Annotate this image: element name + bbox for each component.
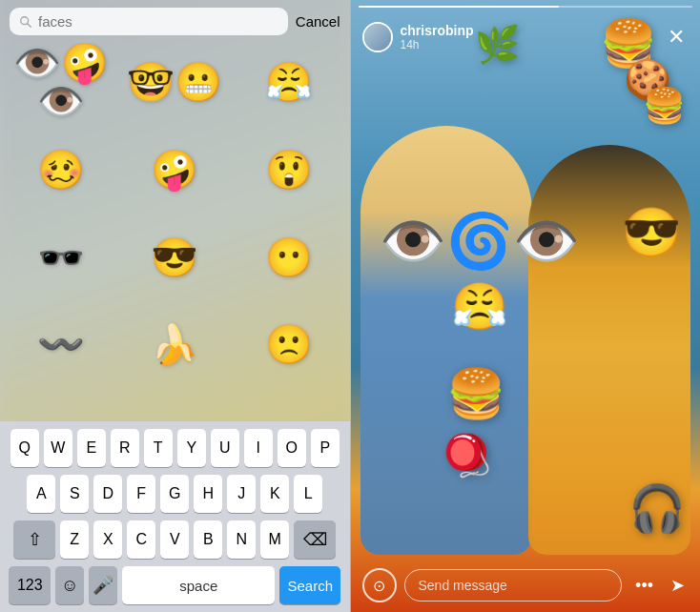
sticker-cell-3[interactable]: 😤 — [234, 49, 344, 115]
sticker-cell-5[interactable]: 🤪 — [120, 136, 231, 203]
key-o[interactable]: O — [278, 429, 306, 467]
avatar[interactable] — [362, 22, 393, 52]
search-bar: faces Cancel — [0, 0, 350, 43]
send-message-input[interactable] — [404, 569, 623, 602]
key-n[interactable]: N — [227, 520, 256, 559]
story-user-info: chrisrobinp 14h — [401, 23, 665, 51]
svg-line-1 — [28, 23, 31, 27]
sticker-yoyo[interactable]: 🪀 — [442, 432, 491, 479]
sticker-right-side[interactable]: 🍔 — [643, 86, 686, 126]
story-bottom: ⊙ ••• ➤ — [351, 559, 701, 612]
key-emoji[interactable]: ☺ — [55, 566, 84, 604]
keyboard-row-1: Q W E R T Y U I O P — [4, 429, 346, 467]
key-e[interactable]: E — [77, 429, 106, 467]
key-numbers[interactable]: 123 — [9, 566, 51, 604]
sticker-cell-4[interactable]: 🥴 — [6, 136, 116, 203]
key-q[interactable]: Q — [10, 429, 39, 467]
sticker-funny-face-1: 🥴 — [37, 151, 85, 189]
key-s[interactable]: S — [60, 475, 89, 513]
sticker-round-eyes: 😲 — [265, 151, 313, 189]
left-panel: faces Cancel 👁️🤪👁️ 🤓😬 😤 🥴 🤪 😲 🕶️ — [0, 0, 350, 612]
story-username: chrisrobinp — [401, 23, 665, 38]
key-x[interactable]: X — [93, 520, 122, 559]
sticker-squiggle-1: 〰️ — [37, 325, 85, 363]
key-space[interactable]: space — [122, 566, 275, 604]
sticker-cell-9[interactable]: 😶 — [234, 224, 344, 291]
keyboard-row-3: ⇧ Z X C V B N M ⌫ — [4, 520, 346, 559]
avatar-image — [364, 24, 391, 51]
key-a[interactable]: A — [27, 475, 55, 513]
key-d[interactable]: D — [93, 475, 122, 513]
sticker-teal-mouth: 😶 — [265, 238, 313, 276]
key-f[interactable]: F — [127, 475, 155, 513]
face-sticker-left[interactable]: 👁️🌀👁️😤 — [380, 210, 580, 335]
key-g[interactable]: G — [160, 475, 189, 513]
story-header: chrisrobinp 14h ✕ — [351, 0, 701, 61]
key-p[interactable]: P — [311, 429, 340, 467]
key-y[interactable]: Y — [177, 429, 206, 467]
key-mic[interactable]: 🎤 — [89, 566, 117, 604]
key-m[interactable]: M — [260, 520, 289, 559]
key-h[interactable]: H — [194, 475, 222, 513]
sticker-eyes-monster: 👁️🤪👁️ — [6, 44, 116, 120]
keyboard-row-2: A S D F G H J K L — [4, 475, 346, 513]
sticker-cell-8[interactable]: 😎 — [120, 224, 231, 291]
key-u[interactable]: U — [211, 429, 239, 467]
story-time: 14h — [401, 38, 665, 51]
sticker-cell-2[interactable]: 🤓😬 — [120, 49, 231, 115]
search-input[interactable]: faces — [38, 13, 278, 30]
sticker-cell-11[interactable]: 🍌 — [120, 311, 231, 377]
key-w[interactable]: W — [44, 429, 72, 467]
key-b[interactable]: B — [194, 520, 222, 559]
sticker-blue-glasses: 😎 — [151, 238, 198, 276]
sticker-burger-2[interactable]: 🍔 — [446, 366, 505, 421]
sticker-cell-7[interactable]: 🕶️ — [6, 224, 116, 291]
person-left — [360, 126, 532, 555]
sticker-cell-6[interactable]: 😲 — [234, 136, 344, 203]
sticker-glasses-teeth: 🤓😬 — [127, 63, 222, 101]
face-sticker-right[interactable]: 😎 — [622, 205, 681, 260]
sticker-grid: 👁️🤪👁️ 🤓😬 😤 🥴 🤪 😲 🕶️ 😎 😶 〰️ — [0, 43, 350, 421]
key-l[interactable]: L — [294, 475, 322, 513]
key-r[interactable]: R — [111, 429, 139, 467]
sticker-cell-10[interactable]: 〰️ — [6, 311, 116, 377]
search-input-wrapper: faces — [10, 8, 288, 35]
camera-button[interactable]: ⊙ — [362, 568, 397, 602]
key-v[interactable]: V — [160, 520, 189, 559]
key-i[interactable]: I — [244, 429, 273, 467]
sticker-green-crazy: 🤪 — [151, 151, 198, 189]
sticker-cell-1[interactable]: 👁️🤪👁️ — [6, 49, 116, 115]
key-c[interactable]: C — [127, 520, 155, 559]
key-j[interactable]: J — [227, 475, 256, 513]
right-panel: 🍔 🌿 🍪 🍔 🪀 🎧 🍔 👁️🌀👁️😤 😎 chrisrobinp 14h ✕… — [351, 0, 701, 612]
sticker-green-frown: 🙁 — [265, 325, 313, 363]
cancel-button[interactable]: Cancel — [296, 13, 340, 30]
key-shift[interactable]: ⇧ — [13, 520, 55, 559]
key-k[interactable]: K — [260, 475, 289, 513]
sticker-banana-smile: 🍌 — [151, 325, 198, 363]
story-progress-fill — [359, 6, 559, 8]
keyboard: Q W E R T Y U I O P A S D F G H J K L ⇧ … — [0, 421, 350, 612]
key-search[interactable]: Search — [279, 566, 340, 604]
sticker-headphones[interactable]: 🎧 — [628, 482, 686, 536]
key-t[interactable]: T — [144, 429, 173, 467]
key-z[interactable]: Z — [60, 520, 89, 559]
keyboard-bottom-row: 123 ☺ 🎤 space Search — [4, 566, 346, 604]
search-icon — [19, 15, 32, 29]
key-backspace[interactable]: ⌫ — [294, 520, 336, 559]
more-options-button[interactable]: ••• — [629, 572, 659, 600]
close-icon[interactable]: ✕ — [664, 21, 689, 53]
sticker-red-teeth: 😤 — [265, 63, 313, 101]
send-button[interactable]: ➤ — [667, 571, 689, 600]
sticker-purple-glasses: 🕶️ — [37, 238, 85, 276]
sticker-cell-12[interactable]: 🙁 — [234, 311, 344, 377]
story-progress-bar — [359, 6, 693, 8]
